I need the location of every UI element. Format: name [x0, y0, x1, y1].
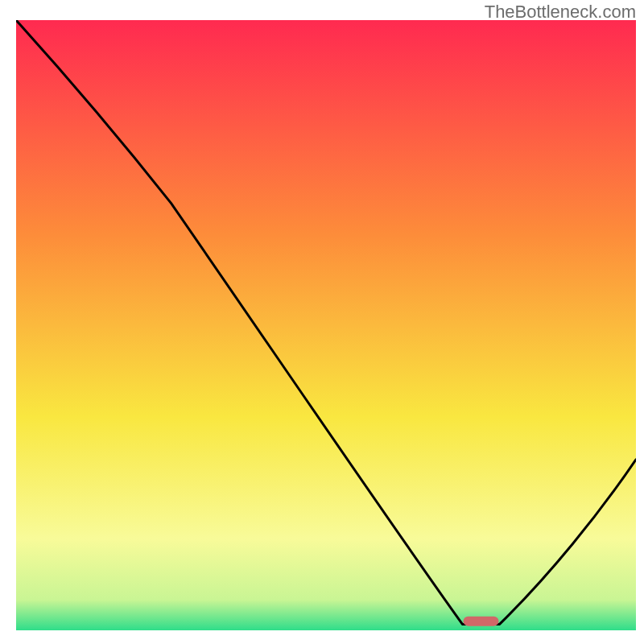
- optimal-marker: [464, 617, 499, 626]
- chart-svg: [16, 20, 636, 630]
- gradient-background: [16, 20, 636, 630]
- chart-area: [16, 20, 636, 630]
- watermark-text: TheBottleneck.com: [485, 2, 636, 23]
